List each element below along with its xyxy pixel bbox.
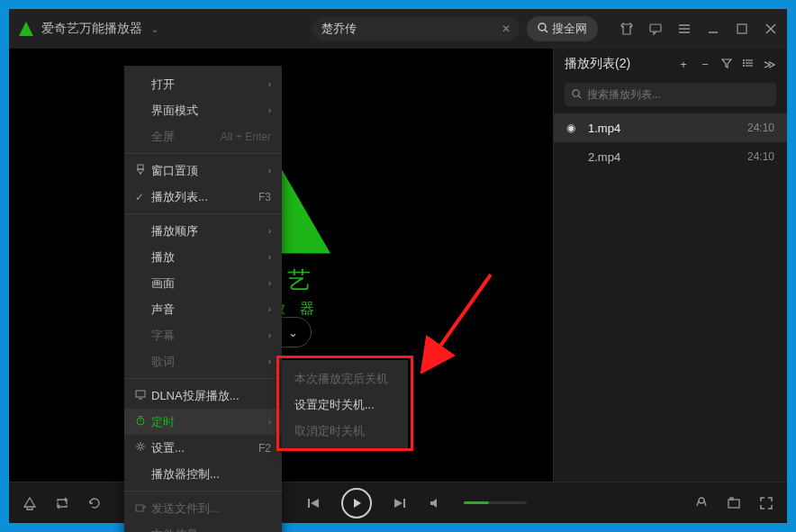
search-icon xyxy=(572,88,582,102)
previous-icon[interactable] xyxy=(305,495,321,511)
svg-point-26 xyxy=(699,498,704,503)
tshirt-icon[interactable] xyxy=(620,22,634,36)
timer-icon xyxy=(135,415,151,428)
svg-rect-36 xyxy=(136,505,143,511)
chevron-down-icon[interactable]: ⌄ xyxy=(288,326,298,339)
app-title: 爱奇艺万能播放器 xyxy=(41,21,142,37)
svg-marker-23 xyxy=(394,499,403,508)
playlist-items: ◉1.mp424:102.mp424:10 xyxy=(554,113,787,171)
menu-item-label: 字幕 xyxy=(151,328,263,344)
menu-item-label: 设置... xyxy=(151,440,258,456)
menu-item[interactable]: 打开› xyxy=(124,71,282,97)
playlist-search[interactable] xyxy=(565,83,776,106)
volume-icon[interactable] xyxy=(428,495,444,511)
menu-item[interactable]: ✓播放列表...F3 xyxy=(124,184,282,210)
menu-item[interactable]: 播放顺序› xyxy=(124,218,282,244)
menu-separator xyxy=(124,213,282,214)
menu-item[interactable]: 播放器控制... xyxy=(124,461,282,487)
search-input-value[interactable]: 楚乔传 xyxy=(321,21,502,37)
svg-rect-27 xyxy=(728,500,739,508)
search-icon xyxy=(538,23,548,36)
menu-separator xyxy=(124,491,282,491)
menu-item-label: 播放顺序 xyxy=(151,223,263,239)
chevron-right-icon: › xyxy=(268,304,271,314)
pin-icon xyxy=(135,164,151,177)
titlebar-actions xyxy=(620,22,778,36)
rotate-icon[interactable] xyxy=(86,495,103,511)
menu-item-label: 打开 xyxy=(151,77,263,93)
close-icon[interactable] xyxy=(764,22,778,36)
submenu-item[interactable]: 设置定时关机... xyxy=(282,392,408,418)
menu-item: 全屏Alt + Enter xyxy=(124,123,282,149)
chevron-right-icon: › xyxy=(268,79,271,89)
playlist-collapse-icon[interactable]: ≫ xyxy=(764,58,776,71)
menu-item: 字幕› xyxy=(124,322,282,348)
search-web-button[interactable]: 搜全网 xyxy=(527,16,598,41)
app-logo-icon xyxy=(18,21,34,37)
menu-item[interactable]: 播放› xyxy=(124,244,282,270)
play-button[interactable] xyxy=(341,488,372,518)
menu-item-label: 声音 xyxy=(151,302,263,318)
menu-item[interactable]: 定时› xyxy=(124,409,282,435)
chevron-right-icon: › xyxy=(268,105,271,115)
titlebar: 爱奇艺万能播放器 ⌄ 楚乔传 ✕ 搜全网 xyxy=(9,9,787,49)
menu-item-label: 播放器控制... xyxy=(151,466,271,482)
menu-item-shortcut: F3 xyxy=(258,191,271,203)
menu-item[interactable]: 设置...F2 xyxy=(124,435,282,461)
check-icon: ✓ xyxy=(135,191,151,203)
menu-item-label: 窗口置顶 xyxy=(151,163,263,179)
menu-item[interactable]: 窗口置顶› xyxy=(124,158,282,184)
menu-item: 文件信息... xyxy=(124,521,282,532)
submenu-item: 本次播放完后关机 xyxy=(282,365,408,392)
svg-point-17 xyxy=(573,89,579,95)
context-menu[interactable]: 打开›界面模式›全屏Alt + Enter窗口置顶›✓播放列表...F3播放顺序… xyxy=(124,66,282,532)
chevron-right-icon: › xyxy=(268,278,271,288)
menu-separator xyxy=(124,378,282,379)
next-icon[interactable] xyxy=(392,495,408,511)
svg-line-2 xyxy=(545,30,547,32)
timer-submenu[interactable]: 本次播放完后关机设置定时关机...取消定时关机 xyxy=(282,360,408,449)
minimize-icon[interactable] xyxy=(706,22,720,36)
menu-item-label: DLNA投屏播放... xyxy=(151,388,271,404)
search-clear-icon[interactable]: ✕ xyxy=(502,23,511,35)
playlist-title: 播放列表(2) xyxy=(565,56,668,72)
menu-item[interactable]: 声音› xyxy=(124,296,282,322)
send-icon xyxy=(135,501,151,515)
volume-fill xyxy=(464,501,489,504)
loop-icon[interactable] xyxy=(54,495,70,511)
svg-point-15 xyxy=(744,62,745,63)
search-input-box[interactable]: 楚乔传 ✕ xyxy=(312,16,520,41)
svg-point-35 xyxy=(139,445,142,448)
fullscreen-icon[interactable] xyxy=(758,495,774,511)
menu-item[interactable]: 界面模式› xyxy=(124,97,282,123)
volume-slider[interactable] xyxy=(464,501,527,504)
open-icon[interactable] xyxy=(22,495,38,511)
gear-icon xyxy=(135,441,151,455)
menu-item[interactable]: 画面› xyxy=(124,270,282,296)
playlist-search-input[interactable] xyxy=(587,88,769,101)
svg-point-1 xyxy=(538,23,546,31)
playlist-item[interactable]: ◉1.mp424:10 xyxy=(554,113,787,142)
menu-icon[interactable] xyxy=(677,22,692,36)
playlist-item[interactable]: 2.mp424:10 xyxy=(554,142,787,171)
maximize-icon[interactable] xyxy=(735,22,749,36)
snapshot-icon[interactable] xyxy=(726,495,742,511)
playlist-list-icon[interactable] xyxy=(742,58,755,71)
menu-item-label: 播放列表... xyxy=(151,189,258,205)
cast-icon[interactable] xyxy=(693,495,710,511)
feedback-icon[interactable] xyxy=(648,22,663,36)
dlna-icon xyxy=(135,389,151,402)
chevron-right-icon: › xyxy=(268,252,271,262)
svg-rect-24 xyxy=(403,499,405,508)
svg-marker-22 xyxy=(354,499,361,508)
menu-item-label: 歌词 xyxy=(151,354,263,370)
menu-item[interactable]: DLNA投屏播放... xyxy=(124,383,282,409)
playlist-remove-icon[interactable]: − xyxy=(699,58,711,71)
chevron-right-icon: › xyxy=(268,166,271,176)
submenu-item: 取消定时关机 xyxy=(282,418,408,444)
playlist-filter-icon[interactable] xyxy=(720,58,733,71)
playlist-header: 播放列表(2) + − ≫ xyxy=(554,49,787,79)
playlist-item-duration: 24:10 xyxy=(747,122,774,134)
playlist-add-icon[interactable]: + xyxy=(677,58,690,71)
app-title-dropdown-icon[interactable]: ⌄ xyxy=(151,24,158,34)
